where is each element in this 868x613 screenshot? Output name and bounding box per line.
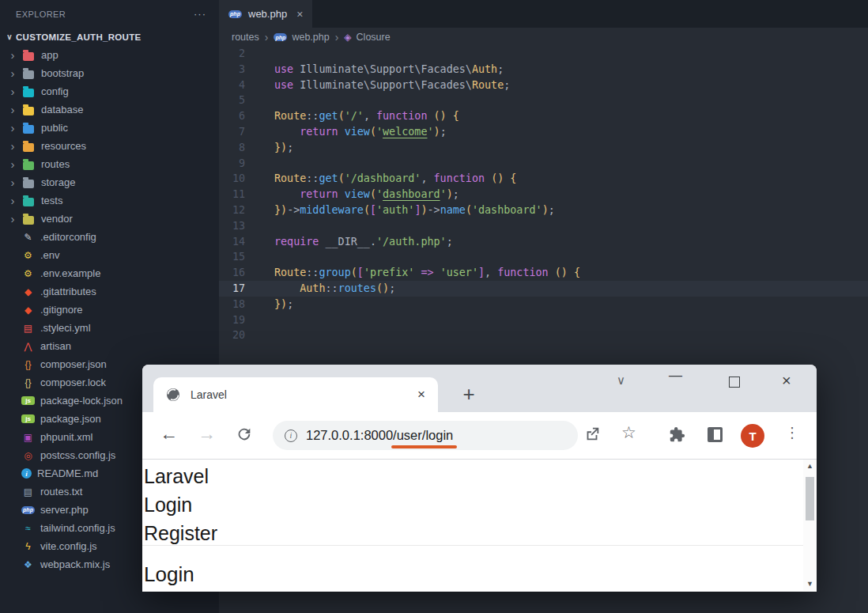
- breadcrumb-symbol[interactable]: ◈ Closure: [344, 32, 390, 43]
- file-type-icon: ▤: [21, 322, 35, 335]
- code-line-3[interactable]: 3use Illuminate\Support\Facades\Auth;: [219, 62, 868, 78]
- back-button[interactable]: ←: [160, 423, 178, 445]
- explorer-item[interactable]: › app: [0, 46, 219, 64]
- page-scrollbar[interactable]: ▲ ▼: [803, 460, 817, 591]
- code-line-10[interactable]: 10Route::get('/dashboard', function () {: [219, 171, 868, 187]
- browser-toolbar: ← → i 127.0.0.1:8000/user/login ☆ T ⋮: [142, 412, 817, 460]
- file-type-icon: js: [21, 414, 35, 423]
- explorer-item[interactable]: › config: [0, 82, 219, 100]
- share-icon[interactable]: [583, 426, 601, 446]
- file-type-icon: ⚙: [21, 249, 35, 262]
- new-tab-button[interactable]: +: [457, 382, 481, 407]
- side-panel-icon[interactable]: [707, 426, 723, 446]
- code-line-20[interactable]: 20: [219, 327, 868, 343]
- explorer-item[interactable]: ◆ .gitignore: [0, 301, 219, 319]
- code-line-9[interactable]: 9: [219, 156, 868, 172]
- page-link[interactable]: Login: [144, 490, 817, 519]
- file-type-icon: [23, 216, 34, 225]
- line-number: 11: [219, 187, 245, 202]
- explorer-item[interactable]: › bootstrap: [0, 64, 219, 82]
- browser-window: Laravel × + ∨ — × ← → i 127.0.0.1:8000/u…: [142, 365, 817, 592]
- url-text[interactable]: 127.0.0.1:8000/user/login: [306, 428, 453, 443]
- browser-tab-laravel[interactable]: Laravel ×: [153, 377, 438, 412]
- close-window-button[interactable]: ×: [782, 372, 791, 390]
- code-line-14[interactable]: 14require __DIR__.'/auth.php';: [219, 234, 868, 250]
- scroll-up-icon[interactable]: ▲: [803, 462, 817, 470]
- file-type-icon: [23, 143, 34, 152]
- explorer-item[interactable]: › public: [0, 119, 219, 137]
- explorer-item[interactable]: › vendor: [0, 210, 219, 228]
- extensions-puzzle-icon[interactable]: [669, 426, 685, 446]
- code-line-15[interactable]: 15: [219, 249, 868, 265]
- explorer-item[interactable]: ⚙ .env: [0, 246, 219, 264]
- explorer-item-label: .styleci.yml: [40, 322, 91, 334]
- breadcrumb-symbol-label: Closure: [357, 32, 391, 43]
- code-line-19[interactable]: 19: [219, 312, 868, 328]
- explorer-item-label: database: [41, 104, 84, 115]
- file-type-icon: [23, 70, 34, 79]
- line-number: 8: [219, 140, 245, 156]
- file-type-icon: [23, 107, 34, 115]
- explorer-item[interactable]: › routes: [0, 155, 219, 173]
- code-line-2[interactable]: 2: [219, 46, 868, 62]
- page-link[interactable]: Laravel: [144, 462, 817, 490]
- minimize-button[interactable]: —: [669, 368, 682, 384]
- explorer-item[interactable]: ⚙ .env.example: [0, 264, 219, 282]
- page-link-list: Laravel Login Register: [142, 460, 817, 547]
- browser-menu-kebab-icon[interactable]: ⋮: [785, 424, 799, 441]
- explorer-item-label: routes.txt: [40, 486, 82, 498]
- folder-chevron-icon: ›: [6, 159, 19, 170]
- line-number: 14: [219, 234, 245, 250]
- explorer-more-actions-icon[interactable]: ···: [194, 8, 206, 20]
- breadcrumb-file-label: web.php: [292, 32, 329, 43]
- line-number: 20: [219, 327, 245, 343]
- explorer-project-row[interactable]: ∨ CUSTOMIZE_AUTH_ROUTE: [0, 28, 219, 46]
- code-line-16[interactable]: 16Route::group(['prefix' => 'user'], fun…: [219, 265, 868, 281]
- site-info-icon[interactable]: i: [285, 429, 297, 442]
- code-text: [245, 312, 274, 328]
- close-icon[interactable]: ×: [417, 387, 425, 403]
- file-type-icon: ◆: [21, 286, 35, 298]
- code-line-8[interactable]: 8});: [219, 140, 868, 156]
- page-link[interactable]: Register: [144, 519, 817, 547]
- explorer-item[interactable]: › resources: [0, 137, 219, 155]
- code-line-5[interactable]: 5: [219, 93, 868, 108]
- scroll-down-icon[interactable]: ▼: [803, 580, 817, 588]
- scrollbar-thumb[interactable]: [806, 477, 814, 520]
- address-bar[interactable]: i 127.0.0.1:8000/user/login: [273, 421, 578, 450]
- folder-chevron-icon: ›: [6, 214, 19, 225]
- explorer-item[interactable]: ✎ .editorconfig: [0, 228, 219, 246]
- bookmark-star-icon[interactable]: ☆: [621, 423, 636, 442]
- tab-web-php[interactable]: php web.php ×: [219, 0, 312, 28]
- folder-chevron-icon: ›: [6, 68, 19, 79]
- breadcrumb-routes[interactable]: routes: [232, 32, 259, 43]
- window-menu-chevron-icon[interactable]: ∨: [617, 373, 625, 388]
- explorer-item[interactable]: ▤ .styleci.yml: [0, 319, 219, 337]
- explorer-item[interactable]: ⋀ artisan: [0, 337, 219, 355]
- breadcrumb: routes › php web.php › ◈ Closure: [219, 28, 868, 47]
- forward-button[interactable]: →: [198, 423, 216, 445]
- code-line-4[interactable]: 4use Illuminate\Support\Facades\Route;: [219, 78, 868, 93]
- close-icon[interactable]: ×: [296, 8, 303, 21]
- explorer-item[interactable]: › database: [0, 100, 219, 119]
- code-line-11[interactable]: 11 return view('dashboard');: [219, 187, 868, 202]
- maximize-button[interactable]: [729, 377, 740, 388]
- line-number: 13: [219, 218, 245, 234]
- code-line-12[interactable]: 12})->middleware(['auth'])->name('dashbo…: [219, 202, 868, 218]
- tab-label: web.php: [248, 8, 287, 20]
- code-line-18[interactable]: 18});: [219, 297, 868, 312]
- code-line-7[interactable]: 7 return view('welcome');: [219, 124, 868, 140]
- explorer-item[interactable]: ◆ .gitattributes: [0, 282, 219, 301]
- explorer-item[interactable]: › tests: [0, 191, 219, 210]
- explorer-item[interactable]: › storage: [0, 173, 219, 191]
- code-line-13[interactable]: 13: [219, 218, 868, 234]
- breadcrumb-file[interactable]: php web.php: [274, 32, 329, 43]
- file-type-icon: [23, 89, 34, 97]
- line-number: 17: [219, 281, 245, 297]
- code-text: use Illuminate\Support\Facades\Auth;: [245, 62, 504, 78]
- code-line-17[interactable]: 17 Auth::routes();: [219, 281, 868, 297]
- profile-avatar[interactable]: T: [741, 424, 764, 448]
- code-line-6[interactable]: 6Route::get('/', function () {: [219, 108, 868, 124]
- reload-button[interactable]: [236, 426, 253, 446]
- line-number: 7: [219, 124, 245, 140]
